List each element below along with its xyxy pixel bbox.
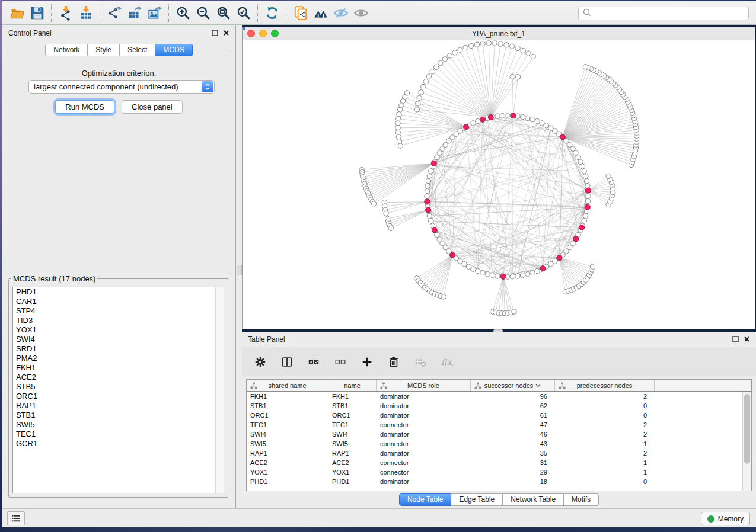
tab-mcds[interactable]: MCDS bbox=[155, 44, 192, 56]
run-mcds-button[interactable]: Run MCDS bbox=[55, 100, 114, 114]
table-row[interactable]: FKH1FKH1dominator962 bbox=[247, 392, 751, 401]
table-tab-edge-table[interactable]: Edge Table bbox=[451, 493, 503, 506]
mcds-result-item[interactable]: SWI4 bbox=[13, 335, 224, 344]
cell-successor-nodes: 43 bbox=[471, 440, 555, 447]
mcds-result-item[interactable]: GCR1 bbox=[13, 439, 224, 448]
mcds-scrollbar-track[interactable] bbox=[215, 287, 224, 493]
close-panel-icon[interactable] bbox=[223, 28, 229, 39]
cell-shared-name: FKH1 bbox=[247, 393, 328, 400]
mcds-result-item[interactable]: STP4 bbox=[13, 306, 224, 316]
mcds-result-item[interactable]: PHD1 bbox=[13, 287, 224, 297]
zoom-out-icon[interactable] bbox=[193, 4, 213, 23]
cell-MCDS-role: connector bbox=[377, 421, 471, 428]
mcds-result-item[interactable]: YOX1 bbox=[13, 325, 224, 335]
table-row[interactable]: ACE2ACE2connector311 bbox=[247, 458, 751, 467]
zoom-in-icon[interactable] bbox=[173, 4, 193, 23]
mcds-result-item[interactable]: CAR1 bbox=[13, 297, 224, 306]
cell-name: TEC1 bbox=[328, 421, 377, 428]
memory-button[interactable]: Memory bbox=[701, 512, 750, 525]
float-panel-icon[interactable] bbox=[212, 28, 218, 39]
mcds-result-item[interactable]: FKH1 bbox=[13, 363, 224, 373]
zoom-selected-icon[interactable] bbox=[234, 4, 254, 23]
network-graph[interactable] bbox=[243, 40, 755, 329]
delete-column-icon[interactable] bbox=[385, 353, 403, 371]
settings-icon[interactable] bbox=[251, 353, 269, 371]
table-row[interactable]: YOX1YOX1connector291 bbox=[247, 467, 751, 477]
tab-style[interactable]: Style bbox=[88, 44, 120, 56]
export-network-icon[interactable] bbox=[104, 4, 125, 23]
cell-predecessor-nodes: 2 bbox=[555, 450, 655, 457]
float-table-panel-icon[interactable] bbox=[732, 334, 739, 345]
table-row[interactable]: PHD1PHD1dominator180 bbox=[247, 477, 751, 486]
clone-network-icon[interactable] bbox=[291, 4, 311, 23]
table-tab-motifs[interactable]: Motifs bbox=[564, 493, 599, 506]
export-table-icon[interactable] bbox=[125, 4, 145, 23]
open-icon[interactable] bbox=[7, 4, 27, 23]
main-toolbar bbox=[2, 1, 756, 25]
table-tab-node-table[interactable]: Node Table bbox=[399, 493, 452, 506]
close-panel-button[interactable]: Close panel bbox=[122, 100, 183, 114]
cell-successor-nodes: 35 bbox=[471, 450, 555, 457]
table-scrollbar-thumb[interactable] bbox=[744, 394, 750, 464]
cell-predecessor-nodes: 0 bbox=[555, 402, 655, 409]
table-row[interactable]: TEC1TEC1connector472 bbox=[247, 420, 751, 430]
export-image-icon[interactable] bbox=[145, 4, 165, 23]
mcds-result-item[interactable]: SRD1 bbox=[13, 344, 224, 354]
search-box[interactable] bbox=[578, 7, 749, 20]
cell-successor-nodes: 31 bbox=[471, 459, 555, 466]
save-icon[interactable] bbox=[27, 4, 47, 23]
network-window-titlebar[interactable]: YPA_prune.txt_1 bbox=[243, 27, 755, 40]
split-view-icon[interactable] bbox=[278, 353, 296, 371]
delete-table-icon[interactable] bbox=[412, 353, 429, 371]
panel-split-divider[interactable] bbox=[236, 25, 242, 508]
table-row[interactable]: STB1STB1dominator620 bbox=[247, 401, 751, 411]
cell-shared-name: ORC1 bbox=[247, 412, 328, 419]
mcds-result-item[interactable]: TID3 bbox=[13, 316, 224, 325]
column-header-name[interactable]: name bbox=[328, 380, 377, 391]
refresh-icon[interactable] bbox=[262, 4, 282, 23]
column-header-MCDS-role[interactable]: MCDS role bbox=[377, 380, 471, 391]
first-neighbors-icon[interactable] bbox=[311, 4, 331, 23]
tools-button[interactable] bbox=[7, 511, 25, 525]
column-header-shared-name[interactable]: shared name bbox=[247, 380, 328, 391]
add-column-icon[interactable] bbox=[358, 353, 376, 371]
table-row[interactable]: SWI5SWI5connector431 bbox=[247, 439, 751, 448]
import-table-icon[interactable] bbox=[76, 4, 96, 23]
hide-selected-icon[interactable] bbox=[331, 4, 351, 23]
cell-predecessor-nodes: 1 bbox=[555, 459, 655, 466]
mcds-result-item[interactable]: TEC1 bbox=[13, 430, 224, 439]
network-canvas[interactable] bbox=[243, 40, 755, 329]
mcds-result-item[interactable]: STB5 bbox=[13, 382, 224, 392]
column-header-successor-nodes[interactable]: successor nodes bbox=[471, 380, 555, 391]
search-input[interactable] bbox=[592, 8, 748, 20]
mcds-result-item[interactable]: ACE2 bbox=[13, 373, 224, 382]
mcds-result-item[interactable]: RAP1 bbox=[13, 401, 224, 411]
table-row[interactable]: SWI4SWI4dominator462 bbox=[247, 430, 751, 439]
function-icon[interactable]: f(x) bbox=[438, 353, 456, 371]
mcds-result-item[interactable]: SWI5 bbox=[13, 420, 224, 430]
mcds-result-item[interactable]: PMA2 bbox=[13, 354, 224, 363]
cell-MCDS-role: dominator bbox=[377, 402, 471, 409]
show-all-icon[interactable] bbox=[351, 4, 371, 23]
cell-predecessor-nodes: 1 bbox=[555, 440, 655, 447]
table-row[interactable]: RAP1RAP1dominator352 bbox=[247, 448, 751, 458]
table-scrollbar-track[interactable] bbox=[742, 392, 751, 491]
select-all-icon[interactable] bbox=[305, 353, 323, 371]
close-table-panel-icon[interactable] bbox=[744, 334, 750, 345]
optimization-label: Optimization criterion: bbox=[7, 69, 231, 78]
cell-shared-name: RAP1 bbox=[247, 450, 328, 457]
table-tab-network-table[interactable]: Network Table bbox=[503, 493, 564, 506]
split-divider-handle[interactable] bbox=[237, 265, 242, 275]
table-row[interactable]: ORC1ORC1dominator610 bbox=[247, 411, 751, 420]
tab-select[interactable]: Select bbox=[120, 44, 155, 56]
column-header-predecessor-nodes[interactable]: predecessor nodes bbox=[555, 380, 655, 391]
import-network-icon[interactable] bbox=[56, 4, 76, 23]
table-tabs: Node TableEdge TableNetwork TableMotifs bbox=[242, 493, 756, 506]
deselect-all-icon[interactable] bbox=[331, 353, 349, 371]
zoom-fit-icon[interactable] bbox=[213, 4, 234, 23]
mcds-result-item[interactable]: STB1 bbox=[13, 411, 224, 420]
mcds-result-item[interactable]: ORC1 bbox=[13, 392, 224, 401]
table-panel-title: Table Panel bbox=[248, 335, 285, 344]
optimization-dropdown[interactable]: largest connected component (undirected) bbox=[28, 80, 215, 94]
tab-network[interactable]: Network bbox=[45, 44, 88, 56]
